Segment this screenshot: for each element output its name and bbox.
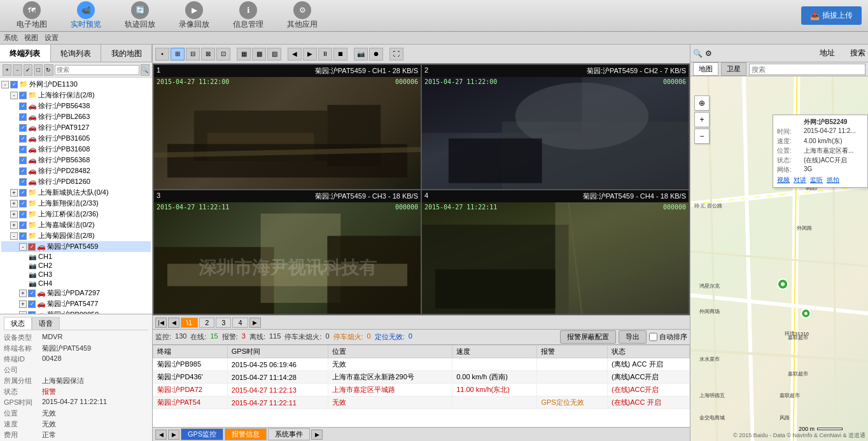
map-ctrl-compass[interactable]: ⊕ — [694, 95, 710, 111]
tree-item-13[interactable]: + ✓ 📁 上海嘉城保洁(0/2) — [1, 220, 151, 230]
auto-sort-checkbox[interactable] — [649, 333, 657, 341]
map-ctrl-zoom-out[interactable]: − — [694, 129, 710, 144]
tree-check-13[interactable]: ✓ — [19, 221, 27, 229]
tree-expand-15[interactable]: - — [19, 243, 27, 251]
sys-item-settings[interactable]: 设置 — [45, 33, 59, 43]
vtb-stop-btn[interactable]: ⏹ — [333, 48, 347, 60]
tree-item-5[interactable]: ✓ 🚗 徐行:沪PB31605 — [1, 133, 151, 144]
tab-my-map[interactable]: 我的地图 — [101, 45, 152, 62]
upload-button[interactable]: 📤 插拔上传 — [801, 6, 862, 25]
status-tab-state[interactable]: 状态 — [4, 317, 32, 330]
table-row[interactable]: 菊园:沪PD436' 2015-04-27 11:14:28 上海市嘉定区永新路… — [153, 371, 690, 384]
tree-expand-16[interactable]: + — [19, 290, 27, 297]
export-button[interactable]: 导出 — [619, 330, 647, 344]
tree-check-6[interactable]: ✓ — [19, 146, 27, 153]
video-cell-1[interactable]: 1 菊园:沪PAT5459 - CH1 - 28 KB/S 2015-04-2 — [154, 65, 421, 189]
tree-item-12[interactable]: + ✓ 📁 上海江桥保洁(2/36) — [1, 209, 151, 220]
tree-item-ch2[interactable]: 📷 CH2 — [1, 261, 151, 270]
nav-info[interactable]: ℹ 信息管理 — [223, 0, 274, 32]
tree-search-input[interactable] — [55, 65, 139, 75]
tree-item-14[interactable]: - ✓ 📁 上海菊园保洁(2/8) — [1, 230, 151, 241]
tree-check-11[interactable]: ✓ — [19, 200, 27, 207]
bottom-nav-right[interactable]: ▶ — [311, 430, 323, 440]
tree-item-1[interactable]: - ✓ 📁 上海徐行保洁(2/8) — [1, 90, 151, 101]
tree-check-14[interactable]: ✓ — [19, 232, 27, 240]
tree-check-10[interactable]: ✓ — [19, 189, 27, 197]
tree-item-18[interactable]: + ✓ 🚗 菊园:沪PB00859 — [1, 309, 151, 314]
tree-item-9[interactable]: ✓ 🚗 徐行:沪PD81260 — [1, 176, 151, 187]
vtb-play-btn[interactable]: ▶ — [303, 48, 317, 60]
tree-check-12[interactable]: ✓ — [19, 211, 27, 218]
tree-check-9[interactable]: ✓ — [19, 178, 27, 186]
vtb-layout-4[interactable]: ⊞ — [171, 48, 185, 60]
vtb-layout-6[interactable]: ⊟ — [186, 48, 200, 60]
bottom-nav-next[interactable]: ▶ — [168, 430, 179, 440]
bottom-tab-gps[interactable]: GPS监控 — [181, 428, 223, 440]
tree-expand-0[interactable]: - — [1, 81, 9, 88]
map-search-input[interactable] — [749, 64, 865, 75]
vtb-layout-1[interactable]: ▪ — [155, 48, 169, 60]
nav-track[interactable]: 🔄 轨迹回放 — [115, 0, 165, 32]
tree-expand-1[interactable]: - — [10, 92, 18, 99]
nav-playback[interactable]: ▶ 录像回放 — [169, 0, 220, 32]
tab-poll-list[interactable]: 轮询列表 — [51, 45, 102, 62]
page-nav-next[interactable]: ▶ — [249, 318, 261, 328]
vtb-prev-btn[interactable]: ◀ — [288, 48, 302, 60]
nav-realtime[interactable]: 📹 实时预览 — [60, 0, 111, 32]
tree-item-2[interactable]: ✓ 🚗 徐行:沪PB56438 — [1, 101, 151, 111]
video-cell-3[interactable]: 3 菊园:沪PAT5459 - CH3 - 18 KB/S 2015-04-27… — [154, 190, 421, 314]
tree-check-3[interactable]: ✓ — [19, 113, 27, 121]
vtb-layout-alt3[interactable]: ▧ — [267, 48, 281, 60]
tree-expand-13[interactable]: + — [10, 221, 18, 229]
page-tab-1[interactable]: \1 — [181, 318, 198, 328]
tree-check-15[interactable]: ✓ — [28, 243, 36, 251]
page-nav-first[interactable]: |◀ — [155, 318, 167, 328]
tree-check-8[interactable]: ✓ — [19, 167, 27, 175]
tree-item-6[interactable]: ✓ 🚗 徐行:沪PB31608 — [1, 144, 151, 155]
tree-item-3[interactable]: ✓ 🚗 徐行:沪PBL2663 — [1, 111, 151, 122]
nav-other[interactable]: ⚙ 其他应用 — [277, 0, 328, 32]
tree-item-8[interactable]: ✓ 🚗 徐行:沪PD28482 — [1, 165, 151, 176]
page-tab-3[interactable]: 3 — [216, 318, 231, 328]
vtb-snapshot-btn[interactable]: 📷 — [354, 48, 368, 60]
tree-item-11[interactable]: + ✓ 📁 上海新翔保洁(2/33) — [1, 198, 151, 209]
toolbar-search-btn[interactable]: 🔍 — [141, 64, 150, 76]
tree-item-10[interactable]: + ✓ 📁 上海新城执法大队(0/4) — [1, 187, 151, 198]
tree-item-ch3[interactable]: 📷 CH3 — [1, 270, 151, 279]
page-tab-4[interactable]: 4 — [232, 318, 248, 328]
tree-check-1[interactable]: ✓ — [19, 92, 27, 99]
bottom-tab-system[interactable]: 系统事件 — [268, 428, 310, 440]
tab-terminal-list[interactable]: 终端列表 — [0, 45, 51, 62]
toolbar-expand-btn[interactable]: + — [3, 64, 11, 76]
map-btn-map[interactable]: 地图 — [693, 62, 718, 76]
tree-expand-12[interactable]: + — [10, 211, 18, 218]
bottom-nav-prev[interactable]: ◀ — [155, 430, 167, 440]
tree-check-16[interactable]: ✓ — [28, 290, 36, 297]
vtb-layout-9[interactable]: ⊠ — [201, 48, 215, 60]
table-row[interactable]: 菊园:沪PAT54 2015-04-27 11:22:11 无效 GPS定位无效… — [153, 396, 690, 409]
tooltip-link-snapshot[interactable]: 抓拍 — [827, 176, 839, 185]
vtb-pause-btn[interactable]: ⏸ — [318, 48, 332, 60]
alarm-config-button[interactable]: 报警屏蔽配置 — [560, 330, 616, 344]
sys-item-system[interactable]: 系统 — [4, 33, 18, 43]
tree-item-16[interactable]: + ✓ 🚗 菊园:沪PDA7297 — [1, 288, 151, 298]
tree-expand-14[interactable]: - — [10, 232, 18, 240]
tree-check-7[interactable]: ✓ — [19, 157, 27, 164]
tree-check-5[interactable]: ✓ — [19, 135, 27, 143]
tooltip-link-video[interactable]: 视频 — [777, 176, 790, 185]
tree-item-15[interactable]: - ✓ 🚗 菊园:沪PAT5459 — [1, 241, 151, 252]
tree-item-17[interactable]: + ✓ 🚗 菊园:沪PAT5477 — [1, 298, 151, 309]
toolbar-collapse-btn[interactable]: - — [13, 64, 22, 76]
vtb-layout-alt1[interactable]: ▦ — [237, 48, 251, 60]
status-tab-voice[interactable]: 语音 — [32, 317, 60, 330]
tree-expand-11[interactable]: + — [10, 200, 18, 207]
map-btn-satellite[interactable]: 卫星 — [721, 62, 746, 76]
toolbar-check-btn[interactable]: ✓ — [24, 64, 32, 76]
vtb-layout-alt2[interactable]: ▩ — [252, 48, 266, 60]
tooltip-link-listen[interactable]: 监听 — [810, 176, 823, 185]
vtb-fullscreen-btn[interactable]: ⛶ — [389, 48, 403, 60]
tree-item-4[interactable]: ✓ 🚗 徐行:沪PAT9127 — [1, 122, 151, 133]
toolbar-refresh-btn[interactable]: ↻ — [44, 64, 53, 76]
tree-expand-17[interactable]: + — [19, 300, 27, 308]
table-row[interactable]: 菊园:沪PB985 2015-04-25 06:19:46 无效 (离线) AC… — [153, 358, 690, 371]
